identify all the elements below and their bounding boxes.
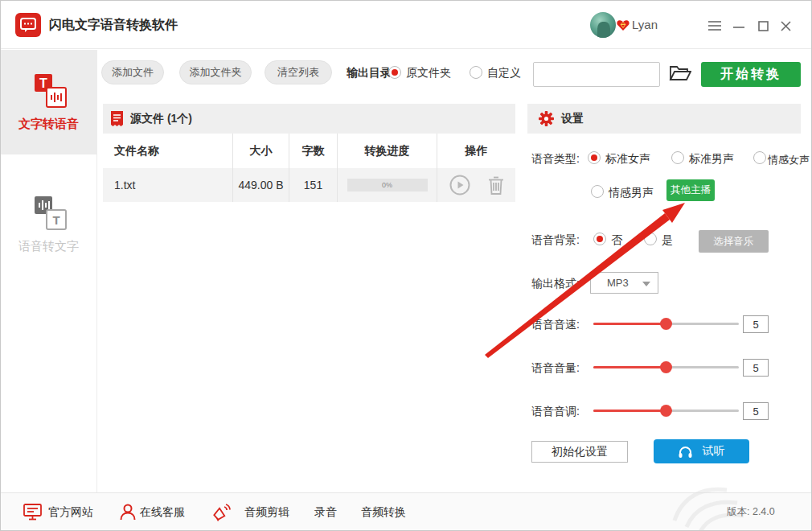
speech-to-text-icon: T xyxy=(31,195,68,232)
speed-slider-label: 语音音速: xyxy=(531,318,580,332)
footer-link-website[interactable]: 官方网站 xyxy=(48,493,93,530)
sidebar-item-speech-to-text[interactable]: T 语音转文字 xyxy=(1,180,96,269)
version-text: 版本: 2.4.0 xyxy=(727,493,775,530)
column-header-progress: 转换进度 xyxy=(337,134,437,168)
progress-value: 0% xyxy=(382,181,392,189)
svg-text:T: T xyxy=(52,213,59,227)
column-header-actions: 操作 xyxy=(437,134,515,168)
close-icon[interactable] xyxy=(777,19,794,33)
sidebar-item-text-to-speech[interactable]: T 文字转语音 xyxy=(1,50,96,154)
play-icon[interactable] xyxy=(449,175,470,196)
gear-icon xyxy=(539,111,554,126)
footer-link-service[interactable]: 在线客服 xyxy=(140,493,185,530)
radio-standard-male-label: 标准男声 xyxy=(689,152,734,167)
settings-title: 设置 xyxy=(561,112,584,126)
volume-slider[interactable] xyxy=(593,366,739,368)
cell-size: 449.00 B xyxy=(232,168,289,202)
cell-progress: 0% xyxy=(337,168,437,202)
source-files-header: 源文件 (1个) xyxy=(103,104,515,134)
footer-link-audio-convert[interactable]: 音频转换 xyxy=(361,493,406,530)
footer-bar: 官方网站 在线客服 音频剪辑 录音 音频转换 版 xyxy=(1,492,811,530)
radio-emotional-female[interactable] xyxy=(753,151,766,164)
text-to-speech-icon: T xyxy=(31,72,68,109)
app-title: 闪电文字语音转换软件 xyxy=(49,1,178,48)
preview-button[interactable]: 试听 xyxy=(654,439,749,463)
headphone-icon xyxy=(679,446,692,458)
radio-emotional-female-label: 情感女声 xyxy=(768,153,810,167)
customer-service-icon xyxy=(120,504,136,524)
volume-slider-label: 语音音量: xyxy=(531,361,580,376)
speed-slider-thumb[interactable] xyxy=(660,318,672,330)
document-icon xyxy=(111,111,123,126)
add-file-button[interactable]: 添加文件 xyxy=(101,60,164,84)
app-window: 闪电文字语音转换软件 Lyan T xyxy=(0,0,812,531)
sidebar: T 文字转语音 T 语音转文字 xyxy=(1,50,97,492)
vip-badge-icon xyxy=(617,19,630,31)
voice-background-label: 语音背景: xyxy=(531,233,580,248)
radio-standard-male[interactable] xyxy=(671,151,684,164)
menu-icon[interactable] xyxy=(707,19,723,33)
column-header-size: 大小 xyxy=(232,134,289,168)
sidebar-item-label: 文字转语音 xyxy=(18,117,79,132)
minimize-icon[interactable] xyxy=(731,19,747,33)
reset-settings-button[interactable]: 初始化设置 xyxy=(531,441,628,463)
table-row[interactable]: 1.txt 449.00 B 151 0% xyxy=(103,168,515,202)
footer-link-audio-edit[interactable]: 音频剪辑 xyxy=(244,493,289,530)
settings-header: 设置 xyxy=(527,104,801,134)
start-convert-button[interactable]: 开始转换 xyxy=(701,62,801,87)
radio-custom-folder-label: 自定义 xyxy=(487,66,521,80)
radio-original-folder-label: 原文件夹 xyxy=(406,66,451,80)
maximize-icon[interactable] xyxy=(755,19,771,33)
megaphone-icon xyxy=(211,503,231,525)
footer-link-record[interactable]: 录音 xyxy=(314,493,337,530)
choose-music-button[interactable]: 选择音乐 xyxy=(699,230,769,253)
volume-value-box[interactable]: 5 xyxy=(743,359,769,377)
column-header-filename: 文件名称 xyxy=(103,134,232,168)
cell-words: 151 xyxy=(289,168,337,202)
radio-standard-female-label: 标准女声 xyxy=(605,152,650,167)
delete-icon[interactable] xyxy=(488,176,504,195)
radio-custom-folder[interactable] xyxy=(470,66,482,79)
cell-actions xyxy=(437,168,515,202)
clear-list-button[interactable]: 清空列表 xyxy=(265,60,332,84)
pitch-slider-thumb[interactable] xyxy=(660,405,672,417)
output-path-input[interactable] xyxy=(533,62,660,87)
app-logo-icon xyxy=(15,13,41,37)
other-voices-button[interactable]: 其他主播 xyxy=(666,179,715,201)
radio-emotional-male[interactable] xyxy=(591,185,604,198)
radio-background-yes-label: 是 xyxy=(662,233,673,248)
speed-value-box[interactable]: 5 xyxy=(743,315,769,333)
chevron-down-icon xyxy=(642,282,650,286)
volume-slider-thumb[interactable] xyxy=(660,361,672,373)
radio-standard-female[interactable] xyxy=(588,151,601,164)
output-format-label: 输出格式: xyxy=(531,277,580,291)
pitch-value-box[interactable]: 5 xyxy=(743,402,769,420)
format-value: MP3 xyxy=(607,277,629,289)
progress-bar: 0% xyxy=(347,179,428,191)
preview-button-label: 试听 xyxy=(703,444,725,459)
radio-background-no-label: 否 xyxy=(611,233,622,248)
user-name[interactable]: Lyan xyxy=(632,1,658,48)
cell-filename: 1.txt xyxy=(103,168,232,202)
pitch-slider-label: 语音音调: xyxy=(531,405,580,419)
radio-emotional-male-label: 情感男声 xyxy=(609,186,654,200)
website-icon xyxy=(23,504,42,524)
table-header-row: 文件名称 大小 字数 转换进度 操作 xyxy=(103,134,515,168)
radio-background-yes[interactable] xyxy=(644,233,657,245)
speed-slider[interactable] xyxy=(593,323,739,325)
browse-folder-icon[interactable] xyxy=(669,64,691,86)
radio-background-no[interactable] xyxy=(593,233,606,245)
title-bar: 闪电文字语音转换软件 Lyan xyxy=(1,1,811,49)
add-folder-button[interactable]: 添加文件夹 xyxy=(179,60,252,84)
user-avatar[interactable] xyxy=(590,12,616,38)
column-header-words: 字数 xyxy=(289,134,337,168)
radio-original-folder[interactable] xyxy=(388,66,401,79)
sidebar-item-label: 语音转文字 xyxy=(18,239,79,254)
pitch-slider[interactable] xyxy=(593,410,739,412)
source-files-title: 源文件 (1个) xyxy=(130,112,192,126)
format-dropdown[interactable]: MP3 xyxy=(590,272,658,294)
voice-type-label: 语音类型: xyxy=(531,152,580,167)
